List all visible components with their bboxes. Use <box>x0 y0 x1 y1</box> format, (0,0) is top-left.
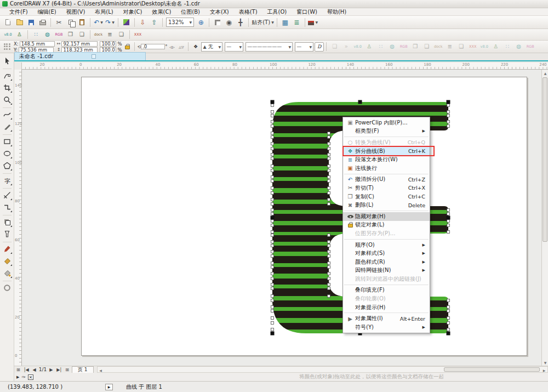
curve-node[interactable] <box>271 176 274 179</box>
context-menu-item[interactable]: ✂剪切(T)Ctrl+X <box>343 184 430 192</box>
curve-node[interactable] <box>328 277 330 280</box>
export-icon[interactable]: ⇧ <box>149 17 159 27</box>
context-menu-item[interactable]: ▣连线换行 <box>343 164 430 173</box>
vsta-version-label[interactable]: v8.0 <box>3 30 13 40</box>
vba-user-icon[interactable]: ♙ <box>364 42 374 52</box>
curve-node[interactable] <box>328 165 330 168</box>
context-menu-item[interactable]: 颜色样式(R)▶ <box>343 258 430 266</box>
curve-node[interactable] <box>271 241 274 243</box>
curve-node[interactable] <box>328 187 330 190</box>
rectangle-tool[interactable] <box>2 136 13 147</box>
curve-node[interactable] <box>271 143 274 145</box>
curve-node[interactable] <box>328 251 330 253</box>
run-macro-icon[interactable]: ◍ <box>387 42 397 52</box>
curve-node[interactable] <box>271 322 274 325</box>
curve-node[interactable] <box>447 209 450 212</box>
selection-handle[interactable] <box>271 332 275 336</box>
copy-macro-icon[interactable]: ❐ <box>410 42 420 52</box>
xxx-macro-icon[interactable]: XXX <box>133 30 143 40</box>
selection-handle[interactable] <box>271 100 275 104</box>
curve-node[interactable] <box>271 104 274 107</box>
color-eyedropper-tool[interactable] <box>2 243 13 254</box>
next-page-icon[interactable]: ▶ <box>48 367 54 372</box>
redo-icon[interactable]: ↷▼ <box>105 17 115 27</box>
end-arrowhead-combo[interactable]: —▼ <box>295 42 313 52</box>
curve-node[interactable] <box>271 251 274 253</box>
vertical-scroll-thumb[interactable] <box>543 77 547 242</box>
copy-icon[interactable] <box>65 17 76 27</box>
pick-tool[interactable] <box>2 55 13 66</box>
curve-node[interactable] <box>328 241 330 243</box>
context-menu-item[interactable]: 跳转到浏览器中的超链接(J) <box>343 275 430 283</box>
vba-user-icon[interactable]: ♙ <box>14 30 25 40</box>
curve-node[interactable] <box>271 154 274 156</box>
context-menu-item[interactable]: 隐藏对象(H) <box>343 212 430 221</box>
curve-node[interactable] <box>447 121 450 123</box>
context-menu-item[interactable]: ✖删除(L)Delete <box>343 201 430 209</box>
page-tab[interactable]: 页 1 <box>72 366 94 373</box>
crop-tool[interactable] <box>2 82 13 93</box>
rgb-cmyk-icon[interactable]: RGB <box>398 42 409 52</box>
context-menu-item[interactable]: 锁定对象(L) <box>343 221 430 230</box>
curve-node[interactable] <box>271 147 274 150</box>
shape-tool[interactable] <box>2 70 13 81</box>
ruler-origin-icon[interactable] <box>14 63 22 70</box>
polygon-tool[interactable] <box>2 160 13 171</box>
application-launcher-icon[interactable]: ▼ <box>308 17 318 27</box>
curve-node[interactable] <box>271 213 274 215</box>
curve-node[interactable] <box>328 287 330 290</box>
curve-node[interactable] <box>271 157 274 160</box>
curve-node[interactable] <box>328 143 330 145</box>
curve-node[interactable] <box>271 255 274 258</box>
document-properties-button[interactable]: D <box>315 42 324 52</box>
curve-node[interactable] <box>328 136 330 139</box>
mirror-horizontal-button[interactable]: ◁▷ <box>167 42 176 52</box>
fullscreen-preview-icon[interactable] <box>212 17 222 27</box>
save-icon[interactable] <box>26 17 36 27</box>
chevrons-icon[interactable]: » <box>341 42 351 52</box>
curve-node[interactable] <box>328 262 330 265</box>
curve-node[interactable] <box>328 295 330 298</box>
context-menu-item[interactable]: 顺序(O)▶ <box>343 241 430 249</box>
context-menu-item[interactable]: ≣段落文本换行(W) <box>343 155 430 164</box>
curve-node[interactable] <box>328 234 330 237</box>
edit-fill-tool[interactable] <box>2 282 13 293</box>
curve-node[interactable] <box>271 262 274 265</box>
curve-node[interactable] <box>328 245 330 247</box>
selection-handle[interactable] <box>358 100 362 104</box>
curve-node[interactable] <box>447 317 450 320</box>
menu-item-9[interactable]: 表格(T) <box>234 8 262 16</box>
curve-node[interactable] <box>271 287 274 290</box>
context-menu-item[interactable]: 对象样式(S)▶ <box>343 249 430 258</box>
curve-node[interactable] <box>447 213 450 215</box>
curve-node[interactable] <box>271 198 274 201</box>
object-position-grid[interactable] <box>3 43 11 50</box>
status-play-icon[interactable]: ▶ <box>105 384 113 390</box>
scroll-up-icon[interactable]: ▲ <box>542 70 548 76</box>
vsta-version-label[interactable]: v8.0 <box>479 42 489 52</box>
curve-node[interactable] <box>271 111 274 113</box>
menu-item-1[interactable]: 文件(F) <box>4 8 33 16</box>
paste-macro-icon[interactable]: ❏ <box>77 30 87 40</box>
curve-node[interactable] <box>328 192 330 195</box>
curve-node[interactable] <box>328 198 330 201</box>
drop-shadow-tool[interactable] <box>2 217 13 228</box>
connector-tool[interactable] <box>2 202 13 213</box>
curve-node[interactable] <box>447 115 450 117</box>
smart-fill-tool[interactable] <box>2 255 13 266</box>
curve-node[interactable] <box>328 157 330 160</box>
transparency-tool[interactable] <box>2 229 13 240</box>
vsta-version-label[interactable]: v8.0 <box>352 42 363 52</box>
curve-node[interactable] <box>271 245 274 247</box>
curve-node[interactable] <box>271 283 274 286</box>
print-icon[interactable] <box>37 17 48 27</box>
add-page-after-icon[interactable]: ⊞ <box>64 367 70 372</box>
selection-handle[interactable] <box>447 100 450 104</box>
copy-macro-icon[interactable]: ❐ <box>65 30 76 40</box>
context-menu-item[interactable]: ❐复制(C)Ctrl+C <box>343 192 430 201</box>
undo-icon[interactable]: ↶▼ <box>93 17 104 27</box>
run-macro-icon[interactable]: ◍ <box>42 30 53 40</box>
curve-node[interactable] <box>271 180 274 183</box>
rotation-angle-field[interactable]: .0 <box>141 44 165 49</box>
zoom-level-combo[interactable]: 132%▼ <box>166 18 194 27</box>
